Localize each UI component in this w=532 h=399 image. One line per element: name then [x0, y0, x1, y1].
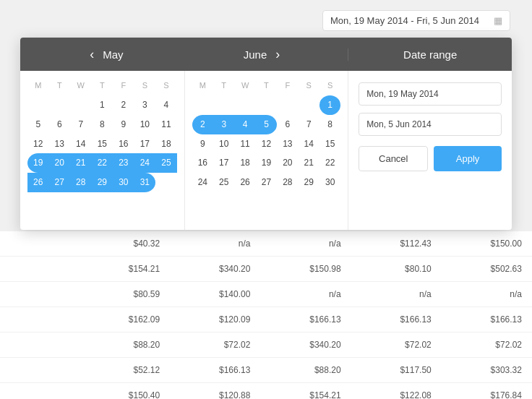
weekday-m: M — [27, 78, 49, 93]
table-cell: n/a — [260, 282, 351, 306]
table-cell: $340.20 — [170, 257, 260, 281]
may-day-8[interactable]: 8 — [92, 115, 113, 134]
may-day-11[interactable]: 11 — [155, 115, 177, 134]
june-weekday-m: M — [192, 78, 213, 93]
may-day-28[interactable]: 28 — [70, 173, 92, 192]
june-day-25[interactable]: 25 — [213, 173, 234, 192]
weekday-t2: T — [92, 78, 113, 93]
may-day-14[interactable]: 14 — [70, 134, 92, 154]
may-day-21[interactable]: 21 — [70, 153, 92, 173]
may-calendar-grid: 1 2 3 4 5 6 7 8 9 10 11 12 13 14 15 16 1… — [27, 95, 177, 192]
june-day-6[interactable]: 6 — [277, 115, 298, 134]
may-day-6[interactable]: 6 — [49, 115, 71, 134]
date-range-input-bar[interactable]: Mon, 19 May 2014 - Fri, 5 Jun 2014 ▦ — [322, 10, 510, 31]
may-day-15[interactable]: 15 — [92, 134, 113, 154]
table-cell: $72.02 — [170, 332, 260, 357]
table-cell — [0, 332, 80, 357]
may-day-10[interactable]: 10 — [134, 115, 156, 134]
june-day-28[interactable]: 28 — [277, 173, 298, 192]
june-day-empty1 — [192, 95, 213, 115]
may-month-label: May — [103, 48, 123, 61]
june-day-21[interactable]: 21 — [299, 153, 319, 173]
june-day-3[interactable]: 3 — [213, 115, 234, 134]
june-day-22[interactable]: 22 — [319, 153, 340, 173]
may-day-12[interactable]: 12 — [27, 134, 49, 154]
june-day-16[interactable]: 16 — [192, 153, 213, 173]
may-day-31[interactable]: 31 — [134, 173, 156, 192]
may-day-9[interactable]: 9 — [113, 115, 134, 134]
table-cell: n/a — [351, 282, 442, 306]
table-cell: $120.09 — [170, 307, 260, 332]
june-day-18[interactable]: 18 — [234, 153, 255, 173]
june-day-empty5 — [277, 95, 298, 115]
table-cell: $120.88 — [170, 383, 260, 399]
june-day-15[interactable]: 15 — [319, 134, 340, 154]
cancel-button[interactable]: Cancel — [359, 146, 428, 171]
table-cell: $166.13 — [170, 358, 260, 382]
table-cell: $150.40 — [80, 383, 170, 399]
start-date-input[interactable] — [359, 82, 502, 106]
june-day-29[interactable]: 29 — [299, 173, 319, 192]
may-day-30[interactable]: 30 — [113, 173, 134, 192]
june-day-empty6 — [299, 95, 319, 115]
june-day-8[interactable]: 8 — [319, 115, 340, 134]
may-day-23[interactable]: 23 — [113, 153, 134, 173]
may-day-1[interactable]: 1 — [92, 95, 113, 115]
june-day-5[interactable]: 5 — [256, 115, 277, 134]
may-day-27[interactable]: 27 — [49, 173, 71, 192]
may-day-5[interactable]: 5 — [27, 115, 49, 134]
may-day-25[interactable]: 25 — [155, 153, 177, 173]
june-day-14[interactable]: 14 — [299, 134, 319, 154]
june-day-19[interactable]: 19 — [256, 153, 277, 173]
june-day-13[interactable]: 13 — [277, 134, 298, 154]
prev-month-button[interactable]: ‹ — [81, 48, 103, 61]
may-day-16[interactable]: 16 — [113, 134, 134, 154]
may-day-22[interactable]: 22 — [92, 153, 113, 173]
june-day-2[interactable]: 2 — [192, 115, 213, 134]
may-day-18[interactable]: 18 — [155, 134, 177, 154]
may-day-17[interactable]: 17 — [134, 134, 156, 154]
end-date-input[interactable] — [359, 113, 502, 136]
may-day-4[interactable]: 4 — [155, 95, 177, 115]
may-day-19[interactable]: 19 — [27, 153, 49, 173]
table-cell: $166.13 — [442, 307, 532, 332]
june-day-24[interactable]: 24 — [192, 173, 213, 192]
june-day-26[interactable]: 26 — [234, 173, 255, 192]
june-day-17[interactable]: 17 — [213, 153, 234, 173]
may-day-7[interactable]: 7 — [70, 115, 92, 134]
table-cell: $303.32 — [442, 358, 532, 382]
apply-button[interactable]: Apply — [434, 146, 502, 171]
june-day-7[interactable]: 7 — [299, 115, 319, 134]
may-day-20[interactable]: 20 — [49, 153, 71, 173]
june-day-11[interactable]: 11 — [234, 134, 255, 154]
june-day-9[interactable]: 9 — [192, 134, 213, 154]
table-cell: $154.21 — [260, 383, 351, 399]
june-day-20[interactable]: 20 — [277, 153, 298, 173]
table-cell: $80.59 — [80, 282, 170, 306]
may-day-26[interactable]: 26 — [27, 173, 49, 192]
action-buttons: Cancel Apply — [359, 146, 502, 171]
date-range-section: Cancel Apply — [348, 71, 512, 230]
may-day-24[interactable]: 24 — [134, 153, 156, 173]
june-day-4[interactable]: 4 — [234, 115, 255, 134]
table-cell: n/a — [260, 231, 351, 256]
may-day-3[interactable]: 3 — [134, 95, 156, 115]
table-cell — [0, 282, 80, 306]
june-day-1[interactable]: 1 — [319, 95, 340, 115]
june-day-30[interactable]: 30 — [319, 173, 340, 192]
next-month-button[interactable]: › — [267, 48, 288, 61]
table-cell: $176.84 — [442, 383, 532, 399]
table-cell: $162.09 — [80, 307, 170, 332]
may-day-empty-end — [155, 173, 177, 192]
may-day-29[interactable]: 29 — [92, 173, 113, 192]
june-day-27[interactable]: 27 — [256, 173, 277, 192]
table-cell: $80.10 — [351, 257, 442, 281]
may-weekdays: M T W T F S S — [27, 78, 177, 93]
may-day-2[interactable]: 2 — [113, 95, 134, 115]
weekday-s2: S — [155, 78, 177, 93]
may-day-13[interactable]: 13 — [49, 134, 71, 154]
june-day-10[interactable]: 10 — [213, 134, 234, 154]
table-cell: $117.50 — [351, 358, 442, 382]
june-day-12[interactable]: 12 — [256, 134, 277, 154]
table-cell: $502.63 — [442, 257, 532, 281]
